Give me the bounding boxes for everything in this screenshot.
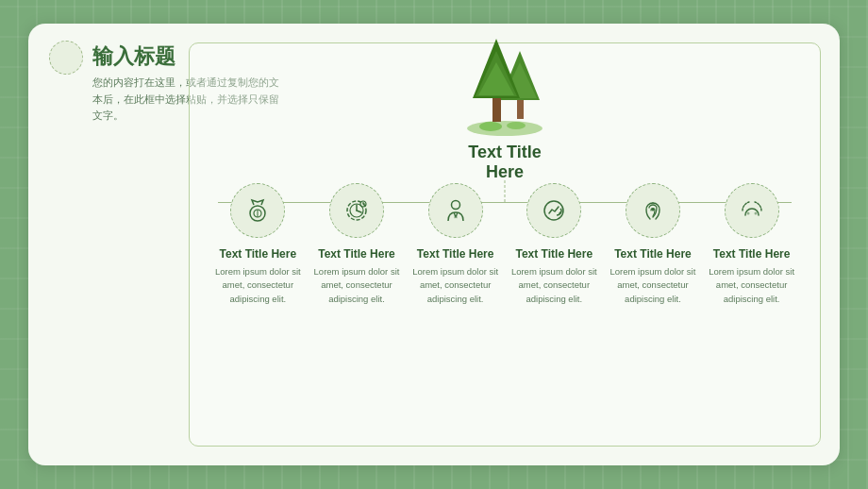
- svg-point-20: [451, 201, 459, 210]
- icon-circle-1: [230, 183, 285, 238]
- item-desc-4: Lorem ipsum dolor sit amet, consectetur …: [507, 265, 601, 306]
- svg-rect-4: [492, 95, 501, 122]
- clock-icon: [342, 196, 371, 225]
- list-item: Text Title Here Lorem ipsum dolor sit am…: [507, 183, 601, 306]
- fingerprint-icon: [639, 196, 667, 225]
- svg-point-22: [651, 209, 654, 211]
- svg-point-0: [467, 121, 542, 136]
- tree-illustration: [448, 34, 561, 138]
- main-content-area: Text Title Here Text Title Here L: [189, 42, 821, 447]
- icon-circle-3: [428, 183, 483, 238]
- svg-rect-1: [517, 98, 524, 119]
- person-icon: [442, 196, 470, 225]
- svg-point-8: [479, 122, 502, 131]
- item-title-5: Text Title Here: [614, 247, 692, 261]
- item-title-3: Text Title Here: [417, 247, 494, 261]
- list-item: Text Title Here Lorem ipsum dolor sit am…: [606, 183, 700, 306]
- icon-circle-5: [626, 183, 680, 238]
- decorative-circle: [49, 41, 83, 75]
- item-desc-6: Lorem ipsum dolor sit amet, consectetur …: [705, 265, 799, 306]
- list-item: Text Title Here Lorem ipsum dolor sit am…: [705, 183, 799, 306]
- icons-row: Text Title Here Lorem ipsum dolor sit am…: [190, 183, 820, 306]
- item-desc-5: Lorem ipsum dolor sit amet, consectetur …: [606, 265, 700, 306]
- smile-icon: [738, 196, 766, 225]
- main-card: 输入标题 您的内容打在这里，或者通过复制您的文本后，在此框中选择粘贴，并选择只保…: [28, 24, 840, 465]
- item-desc-1: Lorem ipsum dolor sit amet, consectetur …: [210, 265, 305, 306]
- svg-line-16: [357, 211, 361, 212]
- list-item: Text Title Here Lorem ipsum dolor sit am…: [309, 183, 404, 306]
- item-title-4: Text Title Here: [516, 247, 593, 261]
- icon-circle-4: [526, 183, 581, 238]
- list-item: Text Title Here Lorem ipsum dolor sit am…: [409, 183, 503, 306]
- item-title-1: Text Title Here: [220, 247, 297, 261]
- item-title-2: Text Title Here: [318, 247, 395, 261]
- svg-point-23: [746, 212, 749, 215]
- icon-circle-6: [725, 183, 779, 238]
- item-desc-2: Lorem ipsum dolor sit amet, consectetur …: [309, 265, 404, 306]
- icon-circle-2: [329, 183, 384, 238]
- chart-icon: [540, 196, 568, 225]
- center-title: Text Title Here: [468, 143, 541, 182]
- medal-icon: [243, 196, 272, 225]
- svg-point-9: [507, 122, 526, 129]
- item-title-6: Text Title Here: [713, 247, 791, 261]
- item-desc-3: Lorem ipsum dolor sit amet, consectetur …: [409, 265, 503, 306]
- svg-point-24: [754, 212, 757, 215]
- list-item: Text Title Here Lorem ipsum dolor sit am…: [210, 183, 305, 306]
